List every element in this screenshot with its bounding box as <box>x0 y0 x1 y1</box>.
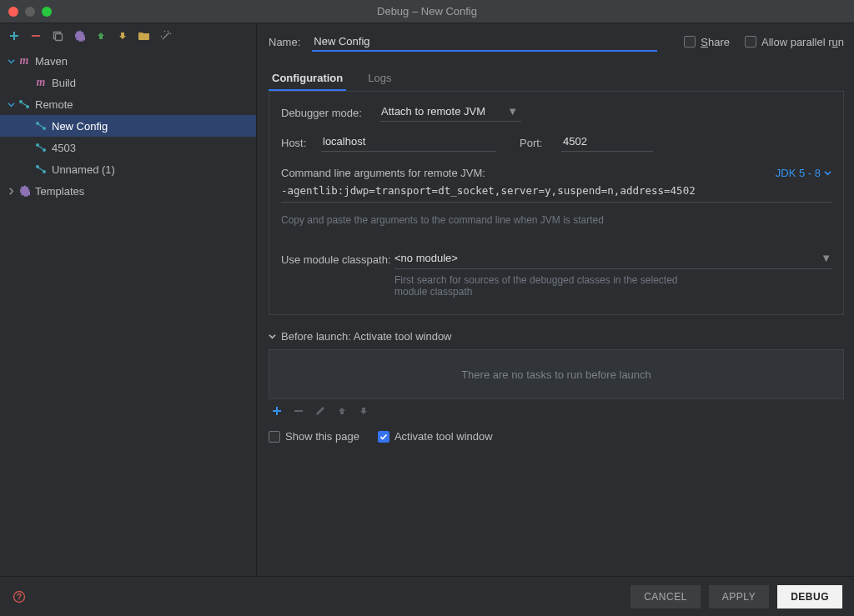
config-tree: m Maven m Build Remote New Conf <box>0 48 256 576</box>
edit-task-button[interactable] <box>315 406 325 418</box>
remove-config-button[interactable] <box>28 28 43 43</box>
module-hint: First search for sources of the debugged… <box>394 274 678 298</box>
tree-templates[interactable]: Templates <box>0 180 256 202</box>
debugger-mode-select[interactable]: Attach to remote JVM ▼ <box>379 103 521 122</box>
tree-label: Templates <box>32 185 84 198</box>
svg-point-1 <box>19 100 23 103</box>
window-controls <box>0 7 52 17</box>
before-launch-section: Before launch: Activate tool window Ther… <box>269 330 844 443</box>
tab-logs[interactable]: Logs <box>364 67 394 91</box>
before-launch-title: Before launch: Activate tool window <box>281 330 452 343</box>
before-launch-empty: There are no tasks to run before launch <box>461 368 651 381</box>
remote-icon <box>33 164 48 174</box>
name-label: Name: <box>269 36 300 48</box>
wand-button[interactable] <box>158 28 173 43</box>
svg-point-6 <box>43 148 46 152</box>
tree-label: Build <box>48 77 76 89</box>
share-label: hare <box>708 36 730 48</box>
titlebar: Debug – New Config <box>0 0 854 23</box>
config-body: Debugger mode: Attach to remote JVM ▼ Ho… <box>269 91 844 315</box>
tree-label: Remote <box>32 98 73 111</box>
remote-icon <box>33 143 48 153</box>
svg-point-8 <box>43 170 46 173</box>
svg-point-10 <box>18 598 19 599</box>
activate-label: Activate tool window <box>394 430 493 443</box>
help-button[interactable] <box>12 589 27 604</box>
before-launch-toolbar <box>269 406 844 418</box>
remote-icon <box>33 121 48 131</box>
chevron-right-icon <box>5 188 17 195</box>
tree-remote[interactable]: Remote <box>0 93 256 115</box>
gear-icon <box>17 185 32 197</box>
tree-remote-newconfig[interactable]: New Config <box>0 115 256 137</box>
sidebar: m Maven m Build Remote New Conf <box>0 23 257 576</box>
svg-point-4 <box>43 127 46 130</box>
cmdline-value[interactable]: -agentlib:jdwp=transport=dt_socket,serve… <box>281 184 831 203</box>
before-launch-header[interactable]: Before launch: Activate tool window <box>269 330 844 343</box>
tree-label: Unnamed (1) <box>48 163 115 176</box>
tabs: Configuration Logs <box>269 67 844 91</box>
folder-button[interactable] <box>137 28 152 43</box>
module-classpath-label: Use module classpath: <box>281 253 394 266</box>
module-classpath-select[interactable]: <no module> ▼ <box>394 249 831 269</box>
svg-point-7 <box>36 165 39 168</box>
module-classpath-value: <no module> <box>394 252 458 264</box>
maximize-window-button[interactable] <box>42 7 52 17</box>
activate-tool-window-checkbox[interactable]: Activate tool window <box>378 430 493 443</box>
move-up-button[interactable] <box>93 28 108 43</box>
share-checkbox[interactable]: Share <box>684 36 730 48</box>
settings-gear-icon[interactable] <box>72 28 87 43</box>
move-down-button[interactable] <box>115 28 130 43</box>
remove-task-button[interactable] <box>294 406 304 418</box>
window-title: Debug – New Config <box>0 5 854 18</box>
cmdline-hint: Copy and paste the arguments to the comm… <box>281 214 831 226</box>
port-label: Port: <box>520 137 556 149</box>
chevron-down-icon: ▼ <box>821 252 831 264</box>
chevron-down-icon <box>5 101 17 108</box>
tree-label: 4503 <box>48 142 76 154</box>
close-window-button[interactable] <box>8 7 18 17</box>
cancel-button[interactable]: CANCEL <box>630 585 701 608</box>
before-launch-tasks: There are no tasks to run before launch <box>269 349 844 399</box>
port-input[interactable] <box>561 133 653 152</box>
chevron-down-icon <box>269 333 276 340</box>
debugger-mode-label: Debugger mode: <box>281 107 379 119</box>
maven-icon: m <box>33 76 48 89</box>
move-task-up-button[interactable] <box>337 406 347 418</box>
show-this-label: Show this page <box>285 430 359 443</box>
jdk-version-link[interactable]: JDK 5 - 8 <box>776 167 831 179</box>
tree-label: Maven <box>32 55 68 68</box>
maven-icon: m <box>17 54 32 68</box>
host-input[interactable] <box>321 133 496 152</box>
show-this-page-checkbox[interactable]: Show this page <box>269 430 359 443</box>
footer: CANCEL APPLY DEBUG <box>0 576 854 616</box>
apply-button[interactable]: APPLY <box>709 585 769 608</box>
svg-rect-0 <box>55 33 62 40</box>
debug-button[interactable]: DEBUG <box>777 585 842 608</box>
debugger-mode-value: Attach to remote JVM <box>381 105 485 118</box>
chevron-down-icon <box>5 58 17 65</box>
tree-label: New Config <box>48 120 108 133</box>
cmdline-label: Command line arguments for remote JVM: <box>281 167 485 179</box>
add-task-button[interactable] <box>272 406 282 418</box>
allow-parallel-checkbox[interactable]: Allow parallel run <box>745 36 844 48</box>
tree-remote-unnamed[interactable]: Unnamed (1) <box>0 158 256 180</box>
move-task-down-button[interactable] <box>359 406 369 418</box>
chevron-down-icon: ▼ <box>507 105 518 118</box>
tab-configuration[interactable]: Configuration <box>269 67 346 91</box>
minimize-window-button[interactable] <box>25 7 35 17</box>
tree-maven-build[interactable]: m Build <box>0 72 256 93</box>
remote-icon <box>17 99 32 109</box>
tree-remote-4503[interactable]: 4503 <box>0 137 256 158</box>
jdk-label: JDK 5 - 8 <box>776 167 821 179</box>
svg-point-3 <box>36 122 39 125</box>
copy-config-button[interactable] <box>50 28 65 43</box>
svg-point-5 <box>36 143 39 147</box>
add-config-button[interactable] <box>7 28 22 43</box>
config-panel: Name: Share Allow parallel run Configura… <box>257 23 854 576</box>
sidebar-toolbar <box>0 23 256 48</box>
tree-maven[interactable]: m Maven <box>0 50 256 72</box>
name-input[interactable] <box>312 33 657 52</box>
host-label: Host: <box>281 137 321 149</box>
svg-point-2 <box>26 105 29 108</box>
